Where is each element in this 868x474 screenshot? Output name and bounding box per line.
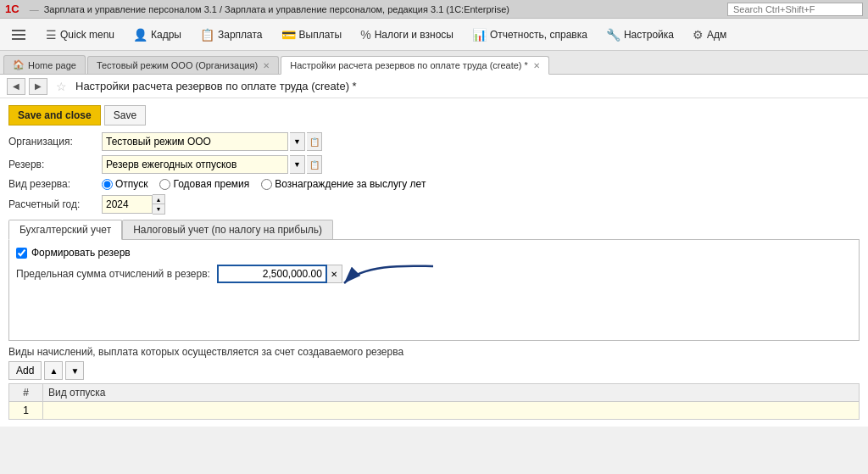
add-button[interactable]: Add bbox=[8, 361, 42, 380]
tab-bukhgalterskiy[interactable]: Бухгалтерский учет bbox=[8, 220, 122, 240]
year-input[interactable] bbox=[102, 195, 153, 214]
menu-item-nastroyka[interactable]: 🔧 Настройка bbox=[598, 25, 682, 45]
tab-nalogoviy[interactable]: Налоговый учет (по налогу на прибыль) bbox=[122, 220, 333, 239]
inner-tab-content: Формировать резерв Предельная сумма отчи… bbox=[8, 239, 860, 341]
year-label: Расчетный год: bbox=[8, 198, 102, 210]
app-window: 1С — Зарплата и управление персоналом 3.… bbox=[0, 0, 868, 474]
year-row: Расчетный год: ▲ ▼ bbox=[8, 194, 860, 215]
tab-label: Настройки расчета резервов по оплате тру… bbox=[290, 60, 528, 70]
table-header: # Вид отпуска bbox=[9, 384, 860, 402]
wrench-icon: 🔧 bbox=[606, 28, 620, 42]
menu-item-label: Отчетность, справка bbox=[490, 29, 587, 41]
radio-vysluga[interactable]: Вознаграждение за выслугу лет bbox=[261, 178, 426, 190]
people-icon: 👤 bbox=[133, 28, 147, 42]
tab-nalogoviy-label: Налоговый учет (по налогу на прибыль) bbox=[133, 224, 322, 236]
toolbar-strip: ◀ ▶ ☆ Настройки расчета резервов по опла… bbox=[0, 75, 868, 98]
action-buttons: Save and close Save bbox=[8, 105, 860, 125]
move-up-button[interactable]: ▲ bbox=[44, 361, 63, 380]
year-input-wrapper: ▲ ▼ bbox=[102, 194, 165, 215]
back-icon: ◀ bbox=[13, 81, 19, 91]
table-icon: 📋 bbox=[200, 28, 214, 42]
year-up-button[interactable]: ▲ bbox=[153, 195, 164, 204]
search-input[interactable] bbox=[727, 3, 863, 16]
move-down-button[interactable]: ▼ bbox=[65, 361, 84, 380]
rezerv-select-wrapper: ▼ 📋 bbox=[102, 155, 322, 174]
menu-item-label: Адм bbox=[707, 29, 726, 41]
title-bar: 1С — Зарплата и управление персоналом 3.… bbox=[0, 0, 868, 19]
radio-otpusk[interactable]: Отпуск bbox=[102, 178, 147, 190]
menu-item-label: Кадры bbox=[151, 29, 181, 41]
annotation-arrow bbox=[340, 258, 442, 300]
home-icon: 🏠 bbox=[13, 59, 25, 70]
menu-item-otchet[interactable]: 📊 Отчетность, справка bbox=[464, 25, 596, 45]
table-body: 1 bbox=[9, 402, 860, 420]
amount-input[interactable] bbox=[217, 265, 327, 283]
tab-bar: 🏠 Home page Тестовый режим ООО (Организа… bbox=[0, 51, 868, 75]
menu-item-label: Настройка bbox=[624, 29, 674, 41]
percent-icon: % bbox=[360, 28, 370, 42]
vid-rezerva-row: Вид резерва: Отпуск Годовая премия Возна… bbox=[8, 178, 860, 190]
menu-item-vyplaty[interactable]: 💳 Выплаты bbox=[273, 25, 351, 45]
menu-item-nalogi[interactable]: % Налоги и взносы bbox=[352, 25, 462, 45]
forward-button[interactable]: ▶ bbox=[29, 78, 47, 95]
org-open-button[interactable]: 📋 bbox=[307, 132, 322, 151]
app-logo: 1С bbox=[5, 3, 19, 15]
menu-item-label: Выплаты bbox=[299, 29, 342, 41]
menu-item-zarplata[interactable]: 📋 Зарплата bbox=[192, 25, 271, 45]
menu-item-kadry[interactable]: 👤 Кадры bbox=[125, 25, 190, 45]
card-icon: 💳 bbox=[281, 28, 296, 42]
formirovat-checkbox[interactable] bbox=[16, 248, 27, 259]
menu-item-label: Зарплата bbox=[218, 29, 263, 41]
gear-icon: ⚙ bbox=[693, 28, 704, 42]
year-spinner: ▲ ▼ bbox=[153, 194, 165, 215]
rezerv-row: Резерв: ▼ 📋 bbox=[8, 155, 860, 174]
menu-item-admin[interactable]: ⚙ Адм bbox=[684, 25, 735, 45]
hamburger-button[interactable] bbox=[7, 23, 31, 47]
org-label: Организация: bbox=[8, 136, 102, 148]
amount-clear-button[interactable]: ✕ bbox=[327, 265, 342, 283]
bookmark-icon[interactable]: ☆ bbox=[56, 80, 67, 93]
radio-godovaya-label: Годовая премия bbox=[173, 178, 249, 190]
report-icon: 📊 bbox=[472, 28, 487, 42]
tab-label: Home page bbox=[28, 60, 76, 70]
tab-org[interactable]: Тестовый режим ООО (Организация) ✕ bbox=[87, 56, 279, 74]
vidy-table: # Вид отпуска 1 bbox=[8, 383, 860, 420]
back-button[interactable]: ◀ bbox=[7, 78, 25, 95]
table-row[interactable]: 1 bbox=[9, 402, 860, 420]
col-num-header: # bbox=[9, 384, 43, 402]
menu-item-quick-menu[interactable]: ☰ Quick menu bbox=[37, 25, 123, 45]
org-input[interactable] bbox=[102, 132, 288, 151]
rezerv-open-button[interactable]: 📋 bbox=[307, 155, 322, 174]
tab-home[interactable]: 🏠 Home page bbox=[3, 55, 86, 74]
form-content: Save and close Save Организация: ▼ 📋 Рез… bbox=[0, 98, 868, 427]
row-vid[interactable] bbox=[43, 402, 860, 420]
radio-godovaya[interactable]: Годовая премия bbox=[159, 178, 249, 190]
menu-bar: ☰ Quick menu 👤 Кадры 📋 Зарплата 💳 Выплат… bbox=[0, 19, 868, 51]
tab-settings[interactable]: Настройки расчета резервов по оплате тру… bbox=[281, 56, 549, 75]
rezerv-label: Резерв: bbox=[8, 159, 102, 170]
vidy-label: Виды начислений, выплата которых осущест… bbox=[8, 346, 860, 358]
rezerv-input[interactable] bbox=[102, 155, 288, 174]
amount-field-wrapper: ✕ bbox=[217, 265, 342, 283]
rezerv-dropdown-button[interactable]: ▼ bbox=[290, 155, 305, 174]
page-title: Настройки расчета резервов по оплате тру… bbox=[75, 80, 357, 92]
tab-bukhgalterskiy-label: Бухгалтерский учет bbox=[19, 224, 111, 236]
org-row: Организация: ▼ 📋 bbox=[8, 132, 860, 151]
inner-tab-bar: Бухгалтерский учет Налоговый учет (по на… bbox=[8, 220, 860, 239]
year-down-button[interactable]: ▼ bbox=[153, 204, 164, 214]
org-dropdown-button[interactable]: ▼ bbox=[290, 132, 305, 151]
tab-label: Тестовый режим ООО (Организация) bbox=[97, 60, 258, 70]
down-icon: ▼ bbox=[70, 366, 79, 376]
save-close-button[interactable]: Save and close bbox=[8, 105, 101, 125]
close-tab-icon[interactable]: ✕ bbox=[263, 61, 270, 70]
vid-rezerva-label: Вид резерва: bbox=[8, 178, 102, 190]
radio-otpusk-label: Отпуск bbox=[115, 178, 147, 190]
save-button[interactable]: Save bbox=[104, 105, 146, 125]
row-num: 1 bbox=[9, 402, 43, 420]
menu-item-label: Налоги и взносы bbox=[375, 29, 453, 41]
close-tab-icon[interactable]: ✕ bbox=[533, 61, 540, 70]
content-area: Save and close Save Организация: ▼ 📋 Рез… bbox=[0, 98, 868, 474]
menu-item-label: Quick menu bbox=[60, 29, 114, 41]
radio-vysluga-label: Вознаграждение за выслугу лет bbox=[275, 178, 426, 190]
up-icon: ▲ bbox=[49, 366, 58, 376]
